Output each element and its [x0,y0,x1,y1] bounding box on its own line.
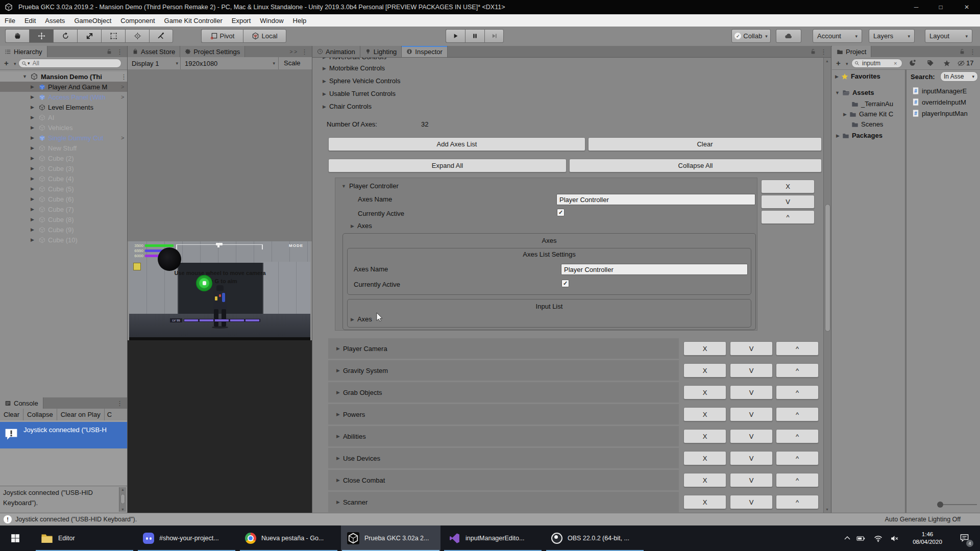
row-down-button[interactable]: V [730,495,773,509]
result-item-0[interactable]: inputManagerE [912,87,967,95]
console-error-pause-button[interactable]: C [105,409,114,420]
tab-asset-store[interactable]: Asset Store [128,46,180,57]
hidden-count-icon[interactable] [958,60,965,67]
row-up-button[interactable]: ^ [776,451,819,465]
tab-project-settings[interactable]: Project Settings [180,46,245,57]
row-down-button[interactable]: V [730,385,773,399]
menu-edit[interactable]: Edit [20,14,40,27]
pc-move-up-button[interactable]: ^ [761,210,815,224]
row-up-button[interactable]: ^ [776,429,819,443]
terrain-folder-item[interactable]: _TerrainAu [851,100,893,108]
tab-scroll-icon[interactable]: > > [290,49,297,55]
hand-tool-button[interactable] [5,29,29,43]
axes-row-powers[interactable]: ▶Powers [328,404,679,424]
foldout-sphere-vehicle-controls[interactable]: ▶Sphere Vehicle Controls [323,77,400,85]
axes-row-close-combat[interactable]: ▶Close Combat [328,470,679,490]
row-up-button[interactable]: ^ [776,473,819,487]
hierarchy-item-cube9[interactable]: ▶Cube (9) [0,224,127,235]
prefab-open-icon[interactable]: > [121,135,124,141]
row-down-button[interactable]: V [730,407,773,421]
hierarchy-item-cube4[interactable]: ▶Cube (4) [0,173,127,184]
tab-console[interactable]: Console [0,397,43,409]
menu-help[interactable]: Help [288,14,311,27]
settings-currently-active-checkbox[interactable]: ✓ [561,280,569,287]
local-toggle[interactable]: Local [243,29,286,43]
clipped-foldout-row[interactable]: ▶Hovercraft Controls [323,58,527,62]
foldout-chair-controls[interactable]: ▶Chair Controls [323,103,372,110]
foldout-icon[interactable]: ▶ [31,196,34,202]
volume-muted-icon[interactable] [890,534,899,543]
kebab-menu-icon[interactable]: ⋮ [820,48,827,56]
favorites-item[interactable]: ▶ Favorites [835,72,880,80]
transform-tool-button[interactable] [125,29,149,43]
kebab-menu-icon[interactable]: ⋮ [116,48,123,56]
kebab-menu-icon[interactable]: ⋮ [116,399,123,407]
tab-project[interactable]: Project [832,46,871,57]
menu-gameobject[interactable]: GameObject [69,14,116,27]
result-item-2[interactable]: playerInputMan [912,109,968,117]
pc-remove-button[interactable]: X [761,180,815,193]
thumbnail-size-slider[interactable] [940,504,977,505]
prefab-open-icon[interactable]: > [121,84,124,90]
result-item-1[interactable]: overrideInputM [912,98,966,106]
hierarchy-item-player-and-game[interactable]: ▶ Player And Game M > [0,82,127,92]
foldout-icon[interactable]: ▶ [31,217,34,222]
status-message[interactable]: Joystick connected ("USB-HID Keyboard"). [15,516,137,523]
hierarchy-item-vehicles[interactable]: ▶ Vehicles [0,122,127,133]
hierarchy-item-level-elements[interactable]: ▶ Level Elements [0,102,127,112]
tab-animation[interactable]: Animation [312,46,360,57]
console-clear-on-play-button[interactable]: Clear on Play [57,409,105,420]
pc-move-down-button[interactable]: V [761,195,815,209]
row-remove-button[interactable]: X [683,363,726,378]
row-up-button[interactable]: ^ [776,363,819,378]
play-button[interactable] [446,29,465,43]
scroll-down-icon[interactable]: ▼ [825,508,829,511]
foldout-icon[interactable]: ▶ [31,145,34,151]
display-dropdown[interactable]: Display 1▾ [130,57,181,69]
currently-active-checkbox[interactable]: ✓ [557,209,565,216]
row-up-button[interactable]: ^ [776,407,819,421]
prefab-filter-icon[interactable] [909,59,916,67]
rotate-tool-button[interactable] [53,29,77,43]
scroll-down-icon[interactable]: ▼ [121,508,125,511]
search-scope-dropdown[interactable]: In Asse ▾ [940,71,978,82]
taskbar-item-editor[interactable]: Editor [35,525,134,551]
foldout-icon[interactable]: ▶ [31,94,34,99]
row-remove-button[interactable]: X [683,429,726,443]
hierarchy-item-cube6[interactable]: ▶Cube (6) [0,194,127,204]
hierarchy-item-ai[interactable]: ▶ AI [0,112,127,122]
row-down-button[interactable]: V [730,473,773,487]
axes-row-player-camera[interactable]: ▶Player Camera [328,338,679,359]
foldout-icon[interactable]: ▶ [31,135,34,140]
row-up-button[interactable]: ^ [776,495,819,509]
create-caret-icon[interactable]: ▾ [846,61,848,66]
row-down-button[interactable]: V [730,451,773,465]
foldout-icon[interactable]: ▶ [31,166,34,171]
kebab-menu-icon[interactable]: ⋮ [301,48,308,56]
clock[interactable]: 1:46 08/04/2020 [905,530,949,547]
hierarchy-item-cube2[interactable]: ▶Cube (2) [0,153,127,163]
project-search-input[interactable] [861,59,894,67]
clear-search-icon[interactable]: × [894,60,897,66]
tab-inspector[interactable]: Inspector [402,46,447,57]
taskbar-item-discord[interactable]: #show-your-project... [137,525,236,551]
axes-row-grab-objects[interactable]: ▶Grab Objects [328,382,679,403]
foldout-icon[interactable]: ▶ [31,156,34,161]
menu-game-kit-controller[interactable]: Game Kit Controller [160,14,227,27]
foldout-icon[interactable]: ▶ [31,207,34,212]
foldout-icon[interactable]: ▶ [31,227,34,232]
hierarchy-item-single-dummy[interactable]: ▶ Single Dummy Cut > [0,133,127,143]
hierarchy-item-cube3[interactable]: ▶Cube (3) [0,163,127,173]
step-button[interactable] [484,29,504,43]
hierarchy-item-cube5[interactable]: ▶Cube (5) [0,184,127,194]
scale-tool-button[interactable] [77,29,101,43]
create-caret-icon[interactable]: ▾ [14,61,16,66]
settings-axes-name-field[interactable]: Player Controller [561,264,748,275]
clear-button[interactable]: Clear [588,137,822,151]
search-filter-caret-icon[interactable]: ▾ [28,61,30,66]
taskbar-item-visual-studio[interactable]: inputManagerEdito... [443,525,543,551]
row-remove-button[interactable]: X [683,407,726,421]
scrollbar-thumb[interactable] [120,494,125,504]
minimize-button[interactable]: ─ [904,0,928,14]
wifi-icon[interactable] [874,534,883,543]
